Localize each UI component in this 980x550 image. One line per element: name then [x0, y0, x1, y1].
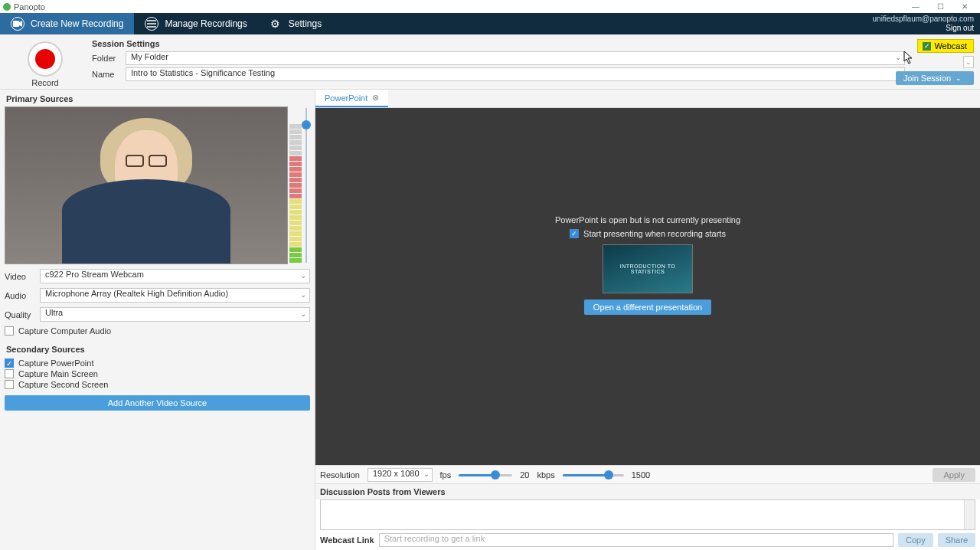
capture-second-label: Capture Second Screen [18, 380, 108, 389]
webcast-link-row: Webcast Link Start recording to get a li… [315, 533, 980, 550]
settings-label: Settings [289, 18, 322, 29]
signout-link[interactable]: Sign out [946, 24, 974, 33]
quality-select[interactable]: Ultra ⌄ [40, 307, 310, 322]
record-button[interactable] [28, 41, 63, 77]
session-dropdown[interactable]: ⌄ [963, 56, 974, 68]
slider-thumb-icon [302, 120, 311, 129]
tab-powerpoint[interactable]: PowerPoint ⊗ [315, 90, 388, 107]
webcast-link-placeholder: Start recording to get a link [384, 534, 485, 543]
discussion-heading: Discussion Posts from Viewers [315, 483, 980, 499]
copy-button[interactable]: Copy [898, 533, 933, 547]
video-source-select[interactable]: c922 Pro Stream Webcam ⌄ [40, 269, 310, 283]
capture-computer-audio-checkbox[interactable]: Capture Computer Audio [5, 326, 310, 336]
manage-recordings-button[interactable]: Manage Recordings [134, 13, 257, 34]
auto-start-label: Start presenting when recording starts [583, 229, 726, 238]
join-session-label: Join Session [903, 74, 951, 83]
secondary-sources-heading: Secondary Sources [5, 343, 310, 357]
checkbox-icon: ✓ [570, 229, 579, 238]
session-settings: Session Settings Folder My Folder ⌄ Name… [0, 34, 980, 90]
video-preview [5, 106, 288, 264]
create-label: Create New Recording [31, 18, 123, 29]
checkbox-icon [5, 380, 14, 389]
primary-sources-heading: Primary Sources [5, 93, 310, 106]
window-titlebar: Panopto — ☐ ✕ [0, 0, 980, 13]
manage-label: Manage Recordings [165, 18, 247, 29]
quality-value: Ultra [45, 308, 63, 317]
capture-second-screen-checkbox[interactable]: Capture Second Screen [5, 380, 310, 389]
session-heading: Session Settings [92, 39, 974, 48]
maximize-button[interactable]: ☐ [928, 2, 952, 11]
audio-meter [289, 106, 302, 264]
capture-main-screen-checkbox[interactable]: Capture Main Screen [5, 369, 310, 378]
chevron-down-icon: ⌄ [895, 53, 901, 61]
folder-label: Folder [92, 54, 126, 63]
top-nav: Create New Recording Manage Recordings ⚙… [0, 13, 980, 34]
quality-label: Quality [5, 310, 35, 319]
checkbox-icon [5, 369, 14, 378]
audio-source-select[interactable]: Microphone Array (Realtek High Definitio… [40, 288, 310, 303]
chevron-down-icon: ⌄ [300, 309, 306, 318]
chevron-down-icon: ⌄ [300, 290, 306, 299]
apply-label: Apply [943, 470, 965, 480]
webcast-label: Webcast [934, 41, 967, 51]
chevron-down-icon: ⌄ [300, 271, 306, 280]
gear-icon: ⚙ [269, 17, 283, 31]
webcast-link-label: Webcast Link [320, 535, 374, 545]
apply-button[interactable]: Apply [933, 468, 975, 482]
name-label: Name [92, 70, 126, 79]
record-label: Record [8, 78, 83, 87]
powerpoint-preview: PowerPoint is open but is not currently … [315, 108, 980, 465]
right-column: PowerPoint ⊗ PowerPoint is open but is n… [315, 90, 980, 550]
svg-rect-0 [13, 21, 19, 27]
capture-powerpoint-label: Capture PowerPoint [18, 358, 93, 368]
slide-title: INTRODUCTION TO STATISTICS [603, 264, 692, 274]
main-area: Primary Sources Video c922 Pro Stream We… [0, 90, 980, 550]
webcast-toggle[interactable]: ✓ Webcast [917, 39, 974, 53]
resolution-value: 1920 x 1080 [373, 469, 420, 478]
list-icon [145, 17, 158, 31]
kbps-label: kbps [537, 470, 554, 480]
slide-thumbnail: INTRODUCTION TO STATISTICS [603, 244, 693, 293]
capture-powerpoint-checkbox[interactable]: ✓ Capture PowerPoint [5, 358, 310, 368]
add-source-label: Add Another Video Source [108, 398, 207, 408]
scrollbar[interactable] [964, 500, 975, 529]
close-button[interactable]: ✕ [952, 2, 977, 11]
share-button[interactable]: Share [938, 533, 975, 547]
user-email: unifiedspflaum@panopto.com [873, 15, 974, 24]
add-video-source-button[interactable]: Add Another Video Source [5, 395, 310, 411]
left-column: Primary Sources Video c922 Pro Stream We… [0, 90, 315, 550]
video-src-label: Video [5, 272, 35, 281]
capture-main-label: Capture Main Screen [18, 369, 98, 378]
encoding-settings: Resolution 1920 x 1080 ⌄ fps 20 kbps 150… [315, 465, 980, 483]
fps-value: 20 [520, 470, 529, 480]
app-title: Panopto [14, 2, 45, 11]
fps-label: fps [440, 470, 452, 480]
discussion-posts [320, 499, 975, 530]
settings-button[interactable]: ⚙ Settings [258, 13, 332, 34]
chevron-down-icon: ⌄ [423, 470, 430, 478]
resolution-select[interactable]: 1920 x 1080 ⌄ [368, 468, 433, 482]
folder-value: My Folder [131, 52, 168, 61]
volume-slider[interactable] [303, 106, 309, 264]
close-tab-icon[interactable]: ⊗ [372, 93, 379, 103]
record-icon [35, 49, 55, 69]
kbps-slider[interactable] [563, 470, 624, 480]
create-new-recording-button[interactable]: Create New Recording [0, 13, 134, 34]
name-value: Intro to Statistics - Significance Testi… [131, 68, 275, 77]
app-icon [3, 3, 11, 11]
open-presentation-button[interactable]: Open a different presentation [584, 300, 711, 315]
folder-select[interactable]: My Folder ⌄ [126, 51, 905, 65]
fps-slider[interactable] [459, 470, 512, 480]
name-input[interactable]: Intro to Statistics - Significance Testi… [126, 67, 905, 81]
checkbox-icon: ✓ [5, 358, 14, 368]
minimize-button[interactable]: — [903, 2, 928, 11]
auto-start-checkbox[interactable]: ✓ Start presenting when recording starts [555, 229, 740, 238]
tab-label: PowerPoint [325, 93, 368, 103]
slider-thumb-icon [491, 470, 500, 480]
share-label: Share [946, 535, 968, 545]
join-session-button[interactable]: Join Session ⌄ [896, 71, 974, 85]
open-presentation-label: Open a different presentation [593, 303, 702, 312]
video-source-value: c922 Pro Stream Webcam [45, 270, 144, 279]
audio-source-value: Microphone Array (Realtek High Definitio… [45, 289, 228, 298]
webcast-link-input[interactable]: Start recording to get a link [379, 533, 893, 547]
